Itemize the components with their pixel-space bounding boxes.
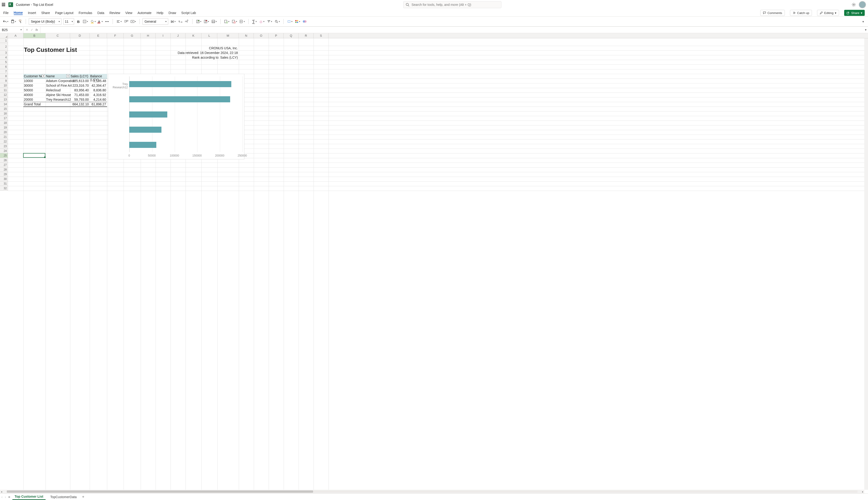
row-header[interactable]: 30 <box>0 177 8 181</box>
row-header[interactable]: 19 <box>0 125 8 130</box>
row-header[interactable]: 5 <box>0 60 8 65</box>
expand-formula-bar-button[interactable]: ▾ <box>863 28 868 32</box>
font-name-select[interactable]: Segoe UI (Body)▾ <box>29 18 61 25</box>
column-header[interactable]: S <box>313 33 329 38</box>
row-header[interactable]: 25 <box>0 153 8 158</box>
column-header[interactable]: N <box>239 33 254 38</box>
menu-review[interactable]: Review <box>109 11 120 15</box>
row-header[interactable]: 17 <box>0 116 8 121</box>
fill-color-button[interactable]: ▾ <box>90 18 96 25</box>
sort-filter-button[interactable]: ▾ <box>266 18 273 25</box>
scroll-left-icon[interactable]: ◂ <box>0 490 3 493</box>
menu-data[interactable]: Data <box>98 11 104 15</box>
font-color-button[interactable]: A▾ <box>98 18 103 25</box>
row-header[interactable]: 8 <box>0 74 8 79</box>
worksheet-cells[interactable]: Top Customer ListCRONUS USA, Inc.Data re… <box>8 38 864 490</box>
menu-view[interactable]: View <box>125 11 132 15</box>
column-header[interactable]: K <box>185 33 202 38</box>
horizontal-scrollbar[interactable]: ◂▸ <box>0 490 864 493</box>
column-header[interactable]: A <box>8 33 23 38</box>
row-header[interactable]: 27 <box>0 163 8 167</box>
menu-formulas[interactable]: Formulas <box>79 11 92 15</box>
bold-button[interactable]: B <box>76 18 81 25</box>
sheet-nav-next[interactable]: › <box>5 495 6 499</box>
scroll-right-icon[interactable]: ▸ <box>861 490 864 493</box>
column-header[interactable]: E <box>90 33 107 38</box>
filter-dropdown-icon[interactable]: ▾ <box>42 74 45 78</box>
column-header[interactable]: Q <box>284 33 299 38</box>
find-button[interactable]: ▾ <box>274 18 281 25</box>
autosum-button[interactable]: ∑▾ <box>251 18 258 25</box>
insert-cells-button[interactable]: ▾ <box>195 18 202 25</box>
row-header[interactable]: 6 <box>0 65 8 69</box>
column-header[interactable]: R <box>299 33 313 38</box>
row-header[interactable]: 14 <box>0 102 8 106</box>
column-header[interactable]: M <box>217 33 239 38</box>
menu-file[interactable]: File <box>3 11 9 15</box>
number-format-select[interactable]: General▾ <box>142 18 168 25</box>
wrap-text-button[interactable] <box>123 18 129 25</box>
row-header[interactable]: 23 <box>0 144 8 149</box>
borders-button[interactable]: ▾ <box>82 18 89 25</box>
column-header[interactable]: L <box>202 33 217 38</box>
row-header[interactable]: 10 <box>0 83 8 88</box>
row-header[interactable]: 3 <box>0 50 8 55</box>
sales-bar-chart[interactable]: 050000100000150000200000250000Trey Resea… <box>108 74 244 159</box>
column-header[interactable]: P <box>269 33 284 38</box>
filter-dropdown-icon[interactable]: ▾ <box>66 74 70 78</box>
name-box[interactable]: B25▾ <box>0 27 23 33</box>
menu-page-layout[interactable]: Page Layout <box>55 11 73 15</box>
font-size-select[interactable]: 11▾ <box>63 18 74 25</box>
row-header[interactable]: 7 <box>0 69 8 74</box>
undo-button[interactable]: ▾ <box>2 18 9 25</box>
increase-decimal-button[interactable]: .00.0 <box>184 18 190 25</box>
row-header[interactable]: 13 <box>0 97 8 102</box>
sheet-tab-top-customer-data[interactable]: TopCustomerData <box>48 494 79 500</box>
column-header[interactable]: B <box>23 33 46 38</box>
cells-group-button[interactable]: ▾ <box>239 18 245 25</box>
column-header[interactable]: C <box>46 33 70 38</box>
sheet-nav-prev[interactable]: ‹ <box>1 495 2 499</box>
row-header[interactable]: 31 <box>0 181 8 186</box>
user-avatar[interactable] <box>859 1 866 8</box>
clipboard-button[interactable]: ▾ <box>10 18 17 25</box>
copilot-button[interactable] <box>302 18 308 25</box>
document-title[interactable]: Customer - Top List Excel <box>16 3 53 7</box>
table-header-cell[interactable]: Balance (LCY) <box>90 74 107 79</box>
row-header[interactable]: 15 <box>0 106 8 111</box>
delete-cells-button[interactable]: ▾ <box>203 18 210 25</box>
format-painter-button[interactable] <box>18 18 23 25</box>
settings-icon[interactable] <box>852 2 856 7</box>
column-header[interactable]: G <box>124 33 141 38</box>
column-header[interactable]: F <box>107 33 124 38</box>
row-header[interactable]: 16 <box>0 111 8 116</box>
share-button[interactable]: Share▾ <box>844 10 865 16</box>
selected-cell[interactable] <box>23 153 45 158</box>
cancel-formula-icon[interactable]: ✕ <box>26 28 28 32</box>
row-header[interactable]: 29 <box>0 172 8 177</box>
menu-insert[interactable]: Insert <box>28 11 36 15</box>
menu-script-lab[interactable]: Script Lab <box>181 11 196 15</box>
table-header-cell[interactable]: Customer No▾ <box>23 74 46 79</box>
table-header-cell[interactable]: Sales (LCY) <box>70 74 90 79</box>
row-header[interactable]: 32 <box>0 186 8 191</box>
row-header[interactable]: 28 <box>0 167 8 172</box>
editing-mode-button[interactable]: Editing▾ <box>817 10 839 16</box>
select-all-corner[interactable] <box>0 33 8 38</box>
more-font-button[interactable]: ••• <box>104 18 110 25</box>
decrease-decimal-button[interactable]: .0.00 <box>177 18 183 25</box>
menu-home[interactable]: Home <box>14 11 23 15</box>
column-header[interactable]: J <box>171 33 185 38</box>
all-sheets-button[interactable]: ≡ <box>8 495 10 499</box>
row-header[interactable]: 18 <box>0 121 8 125</box>
column-header[interactable]: H <box>141 33 156 38</box>
add-sheet-button[interactable]: ＋ <box>81 495 85 499</box>
ribbon-expand-button[interactable]: ▾ <box>860 18 866 25</box>
row-header[interactable]: 20 <box>0 130 8 135</box>
delete-sheet-button[interactable]: ▾ <box>231 18 238 25</box>
row-header[interactable]: 9 <box>0 79 8 83</box>
column-header[interactable]: O <box>254 33 269 38</box>
align-button[interactable]: ▾ <box>116 18 123 25</box>
search-input[interactable] <box>403 1 501 8</box>
row-header[interactable]: 2 <box>0 43 8 50</box>
